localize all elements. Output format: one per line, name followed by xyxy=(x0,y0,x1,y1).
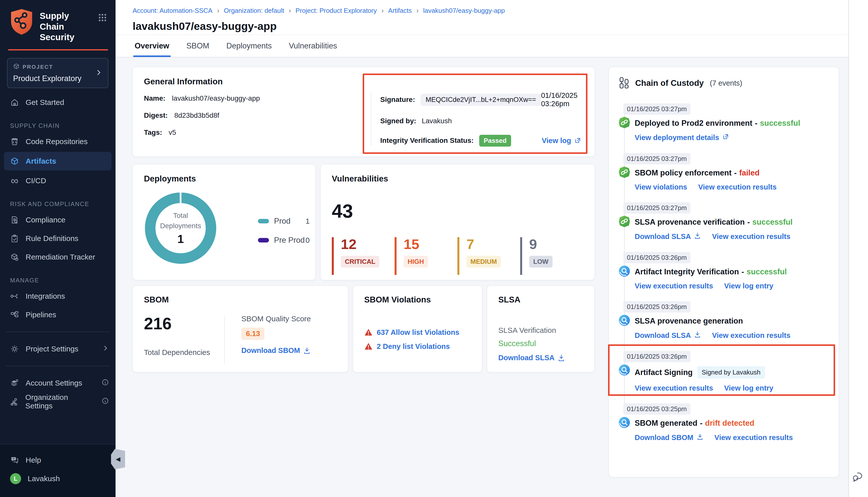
breadcrumb-item: lavakush07/easy-buggy-app xyxy=(423,7,505,15)
chain-of-custody-panel: Chain of Custody (7 events) 01/16/2025 0… xyxy=(609,67,839,477)
download-sbom-link[interactable]: Download SBOM xyxy=(241,346,311,355)
sidebar-item-organization-settings[interactable]: Organization Settings xyxy=(0,392,115,411)
vulnerabilities-total: 43 xyxy=(332,200,353,222)
event-action-link[interactable]: View log entry xyxy=(724,384,773,392)
sidebar-section: SUPPLY CHAIN Code Repositories Artifacts xyxy=(0,122,115,190)
legend-value: 0 xyxy=(305,236,310,244)
tab[interactable]: Deployments xyxy=(225,35,273,57)
severity-block: 7 MEDIUM xyxy=(457,237,520,275)
sbom-quality-score: 6.13 xyxy=(241,328,265,340)
download-slsa-link[interactable]: Download SLSA xyxy=(498,354,565,362)
sbom-quality-label: SBOM Quality Score xyxy=(241,314,311,323)
sidebar-item[interactable]: Integrations xyxy=(0,287,115,306)
breadcrumb-link[interactable]: Artifacts xyxy=(388,7,412,15)
deployments-legend: Prod 1 Pre Prod 0 xyxy=(258,217,310,255)
breadcrumb-link[interactable]: lavakush07/easy-buggy-app xyxy=(423,7,505,15)
deployments-donut-chart: Total Deployments 1 xyxy=(143,190,218,266)
event-action-link[interactable]: Download SLSA xyxy=(635,232,701,241)
event-timestamp: 01/16/2025 03:27pm xyxy=(624,153,690,165)
event-title: SBOM generated xyxy=(635,419,698,428)
card-title: SBOM xyxy=(144,295,169,304)
severity-badge: HIGH xyxy=(404,256,428,268)
breadcrumb-item: Account: Automation-SSCA xyxy=(132,6,224,15)
sidebar-item[interactable]: Code Repositories xyxy=(0,132,115,151)
chevron-right-icon xyxy=(95,69,102,77)
event-action-link[interactable]: View deployment details xyxy=(635,133,729,142)
svg-text:?: ? xyxy=(13,457,14,460)
sidebar-item[interactable]: Rule Definitions xyxy=(0,229,115,248)
tab[interactable]: Overview xyxy=(133,35,171,57)
event-action-link[interactable]: View log entry xyxy=(724,282,773,290)
event-action-link[interactable]: View execution results xyxy=(712,331,790,340)
event-action-link[interactable]: Download SBOM xyxy=(635,433,703,442)
timeline-event: 01/16/2025 03:27pm SBOM policy enforceme… xyxy=(619,153,829,191)
tab-bar: Overview SBOM Deployments Vulnerabilitie… xyxy=(115,35,849,57)
violation-link[interactable]: 2 Deny list Violations xyxy=(377,342,450,351)
sidebar-item-account-settings[interactable]: Account Settings xyxy=(0,374,115,392)
divider xyxy=(224,315,225,364)
help-chat-icon: ? xyxy=(10,456,19,465)
chain-of-custody-header: Chain of Custody (7 events) xyxy=(619,77,829,89)
event-status: successful xyxy=(760,119,800,128)
sidebar-item[interactable]: Compliance xyxy=(0,211,115,229)
event-status: drift detected xyxy=(705,419,754,428)
breadcrumb-link[interactable]: Account: Automation-SSCA xyxy=(132,7,212,15)
sidebar-item[interactable]: Remediation Tracker xyxy=(0,248,115,266)
sidebar-item[interactable]: ∞ CI/CD xyxy=(0,171,115,190)
chain-title: Chain of Custody xyxy=(635,78,704,88)
breadcrumb-link[interactable]: Organization: default xyxy=(224,7,284,15)
sbom-total-label: Total Dependencies xyxy=(144,348,210,357)
event-action-link[interactable]: View execution results xyxy=(715,434,793,442)
right-rail xyxy=(849,0,868,497)
event-action-link[interactable]: View execution results xyxy=(698,183,776,191)
download-icon xyxy=(694,232,701,241)
tab-label: Deployments xyxy=(226,41,272,51)
event-action-link[interactable]: View violations xyxy=(635,183,687,191)
breadcrumb-link[interactable]: Project: Product Exploratory xyxy=(296,7,377,15)
event-action-link[interactable]: View execution results xyxy=(712,232,790,241)
document-search-icon xyxy=(10,215,19,224)
sidebar-item-label: Rule Definitions xyxy=(26,234,78,243)
violation-link[interactable]: 637 Allow list Violations xyxy=(377,328,459,337)
severity-count: 7 xyxy=(466,237,520,251)
card-title: SLSA xyxy=(498,295,520,304)
timeline-event: 01/16/2025 03:26pm Artifact Integrity Ve… xyxy=(619,252,829,290)
event-title: Artifact Signing xyxy=(635,368,693,377)
severity-badge: CRITICAL xyxy=(341,256,379,268)
event-title: SLSA provenance generation xyxy=(635,316,743,326)
app-title: Supply Chain Security xyxy=(40,11,92,43)
chain-events-count: (7 events) xyxy=(710,79,742,87)
project-name: Product Exploratory xyxy=(13,74,81,83)
user-menu[interactable]: L Lavakush xyxy=(0,469,115,488)
sidebar-collapse-handle[interactable]: ◀ xyxy=(111,449,125,469)
sidebar-item-label: Compliance xyxy=(26,216,65,224)
event-action-link[interactable]: View execution results xyxy=(635,282,713,290)
tab[interactable]: Vulnerabilities xyxy=(287,35,338,57)
sidebar-item[interactable]: Get Started xyxy=(0,93,115,112)
external-icon xyxy=(722,133,729,142)
sbom-violations-card: SBOM Violations 637 Allow list Violation… xyxy=(353,286,482,372)
event-title: Artifact Integrity Verification xyxy=(635,267,739,276)
sidebar-item-project-settings[interactable]: Project Settings xyxy=(0,340,115,358)
event-action-link[interactable]: Download SLSA xyxy=(635,331,701,340)
event-title: SLSA provenance verification xyxy=(635,218,745,227)
sidebar-item-help[interactable]: ? Help xyxy=(0,451,115,469)
app-grid-icon[interactable] xyxy=(98,13,107,23)
sidebar-item-label: Account Settings xyxy=(26,379,82,387)
total-deployments-value: 1 xyxy=(177,232,184,246)
project-selector[interactable]: PROJECT Product Exploratory xyxy=(7,58,109,88)
tab[interactable]: SBOM xyxy=(185,35,211,57)
sidebar-item[interactable]: Pipelines xyxy=(0,306,115,324)
sidebar-item-label: Pipelines xyxy=(26,311,56,319)
event-status: successful xyxy=(752,218,793,227)
legend-row: Pre Prod 0 xyxy=(258,236,310,245)
severity-count: 12 xyxy=(341,237,395,251)
download-icon xyxy=(694,331,701,340)
support-chat-icon[interactable] xyxy=(852,470,865,484)
card-title: Vulnerabilities xyxy=(332,174,388,184)
event-action-link[interactable]: View execution results xyxy=(635,384,713,392)
sidebar-item-label: Integrations xyxy=(26,292,65,300)
sidebar-item[interactable]: Artifacts xyxy=(4,152,112,170)
pipelines-icon xyxy=(10,310,19,319)
sidebar-item-label: Help xyxy=(26,456,41,464)
